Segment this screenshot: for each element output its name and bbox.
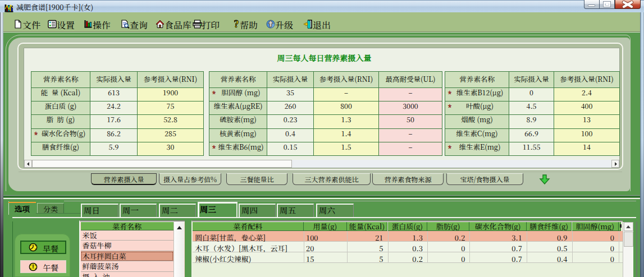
- svg-text:?: ?: [234, 19, 239, 29]
